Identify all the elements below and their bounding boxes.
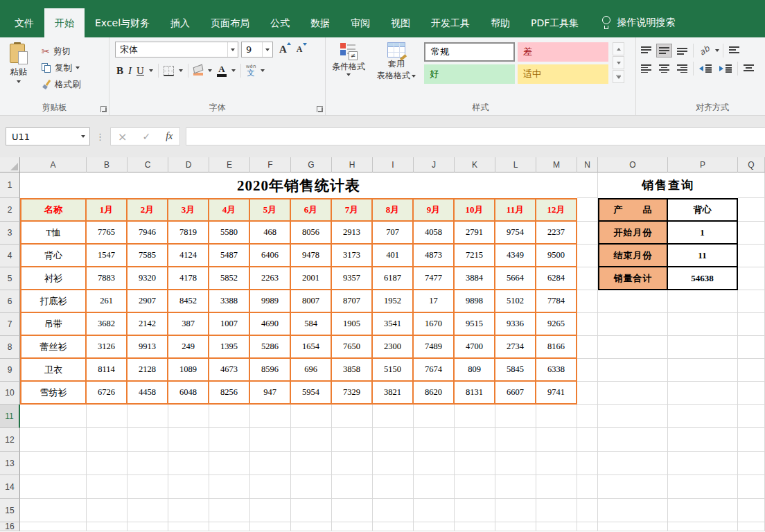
font-size-dropdown-arrow[interactable]	[262, 42, 272, 57]
sheet-cell[interactable]	[738, 359, 765, 382]
sheet-cell[interactable]	[598, 522, 668, 531]
sheet-cell[interactable]	[577, 222, 598, 245]
table-header-cell[interactable]: 12月	[536, 198, 577, 222]
table-header-cell[interactable]: 名称	[20, 198, 87, 222]
sheet-cell[interactable]	[373, 452, 414, 475]
sales-value-cell[interactable]: 3126	[87, 336, 128, 359]
sheet-cell[interactable]	[598, 452, 668, 475]
sales-value-cell[interactable]: 7215	[455, 245, 495, 267]
format-as-table-button[interactable]: 套用 表格格式	[373, 39, 420, 84]
sales-value-cell[interactable]: 1089	[168, 359, 209, 382]
table-header-cell[interactable]: 9月	[414, 198, 455, 222]
sheet-cell[interactable]	[738, 475, 765, 499]
sales-value-cell[interactable]: 3884	[455, 267, 495, 290]
sales-value-cell[interactable]: 2300	[373, 336, 414, 359]
sales-value-cell[interactable]: 7883	[87, 267, 128, 290]
underline-dropdown-arrow[interactable]	[149, 69, 153, 72]
font-name-dropdown-arrow[interactable]	[227, 42, 238, 57]
sheet-cell[interactable]	[577, 452, 598, 475]
sales-value-cell[interactable]: 7674	[414, 359, 455, 382]
column-header[interactable]: J	[414, 157, 455, 172]
sheet-cell[interactable]	[209, 522, 250, 531]
sheet-cell[interactable]	[332, 428, 373, 452]
sheet-cell[interactable]	[598, 382, 668, 405]
sheet-cell[interactable]	[87, 452, 128, 475]
sheet-cell[interactable]	[373, 522, 414, 531]
sheet-cell[interactable]	[87, 522, 128, 531]
middle-align-button[interactable]	[657, 44, 671, 57]
sheet-cell[interactable]	[598, 475, 668, 499]
sheet-cell[interactable]	[455, 452, 495, 475]
sales-value-cell[interactable]: 4673	[209, 359, 250, 382]
sales-value-cell[interactable]: 7784	[536, 290, 577, 313]
column-header[interactable]: G	[291, 157, 332, 172]
sheet-cell[interactable]	[128, 428, 168, 452]
sales-value-cell[interactable]: 6607	[495, 382, 536, 405]
sheet-cell[interactable]	[168, 405, 209, 428]
sales-value-cell[interactable]: 17	[414, 290, 455, 313]
sheet-cell[interactable]	[332, 475, 373, 499]
sales-value-cell[interactable]: 7650	[332, 336, 373, 359]
sheet-cell[interactable]	[373, 405, 414, 428]
sales-value-cell[interactable]: 584	[291, 313, 332, 336]
sheet-title-cell[interactable]: 2020年销售统计表	[20, 172, 577, 198]
sheet-cell[interactable]	[87, 428, 128, 452]
sheet-cell[interactable]	[495, 522, 536, 531]
sheet-cell[interactable]	[495, 452, 536, 475]
sheet-cell[interactable]	[291, 522, 332, 531]
sheet-cell[interactable]	[209, 452, 250, 475]
bold-button[interactable]: B	[116, 65, 123, 77]
name-box-dropdown-arrow[interactable]	[77, 128, 89, 145]
orientation-dropdown-arrow[interactable]	[715, 49, 719, 52]
row-header[interactable]: 8	[0, 336, 20, 359]
sales-value-cell[interactable]: 8131	[455, 382, 495, 405]
sales-value-cell[interactable]: 4690	[250, 313, 291, 336]
sales-value-cell[interactable]: 9265	[536, 313, 577, 336]
sheet-cell[interactable]	[495, 499, 536, 522]
tab-developer[interactable]: 开发工具	[421, 8, 480, 37]
query-value-cell[interactable]: 1	[668, 222, 738, 245]
sheet-cell[interactable]	[668, 313, 738, 336]
table-header-cell[interactable]: 6月	[291, 198, 332, 222]
font-name-select[interactable]: 宋体	[115, 42, 238, 57]
column-header[interactable]: E	[209, 157, 250, 172]
product-name-cell[interactable]: T恤	[20, 222, 87, 245]
product-name-cell[interactable]: 打底衫	[20, 290, 87, 313]
sales-value-cell[interactable]: 1007	[209, 313, 250, 336]
italic-button[interactable]: I	[128, 65, 132, 77]
product-name-cell[interactable]: 蕾丝衫	[20, 336, 87, 359]
sheet-cell[interactable]	[291, 475, 332, 499]
tab-data[interactable]: 数据	[300, 8, 340, 37]
sheet-cell[interactable]	[598, 336, 668, 359]
row-header[interactable]: 2	[0, 198, 20, 222]
sheet-cell[interactable]	[414, 452, 455, 475]
sales-value-cell[interactable]: 9336	[495, 313, 536, 336]
sheet-cell[interactable]	[577, 382, 598, 405]
sheet-cell[interactable]	[668, 522, 738, 531]
sales-value-cell[interactable]: 7585	[128, 245, 168, 267]
sales-value-cell[interactable]: 2237	[536, 222, 577, 245]
underline-button[interactable]: U	[137, 65, 144, 77]
gallery-scroll-up-button[interactable]	[613, 42, 624, 55]
row-header[interactable]: 3	[0, 222, 20, 245]
sheet-cell[interactable]	[536, 475, 577, 499]
table-header-cell[interactable]: 11月	[495, 198, 536, 222]
sheet-cell[interactable]	[414, 475, 455, 499]
table-header-cell[interactable]: 10月	[455, 198, 495, 222]
sheet-cell[interactable]	[168, 522, 209, 531]
sheet-cell[interactable]	[373, 499, 414, 522]
sales-value-cell[interactable]: 9357	[332, 267, 373, 290]
sales-value-cell[interactable]: 9515	[455, 313, 495, 336]
query-label-cell[interactable]: 销量合计	[598, 267, 668, 290]
sales-value-cell[interactable]: 9500	[536, 245, 577, 267]
sales-value-cell[interactable]: 8707	[332, 290, 373, 313]
column-header[interactable]: H	[332, 157, 373, 172]
sales-value-cell[interactable]: 947	[250, 382, 291, 405]
sheet-cell[interactable]	[577, 522, 598, 531]
row-header[interactable]: 12	[0, 428, 20, 452]
column-header[interactable]: I	[373, 157, 414, 172]
insert-function-button[interactable]: fx	[166, 131, 173, 142]
sales-value-cell[interactable]: 261	[87, 290, 128, 313]
sheet-cell[interactable]	[20, 452, 87, 475]
sheet-cell[interactable]	[738, 336, 765, 359]
